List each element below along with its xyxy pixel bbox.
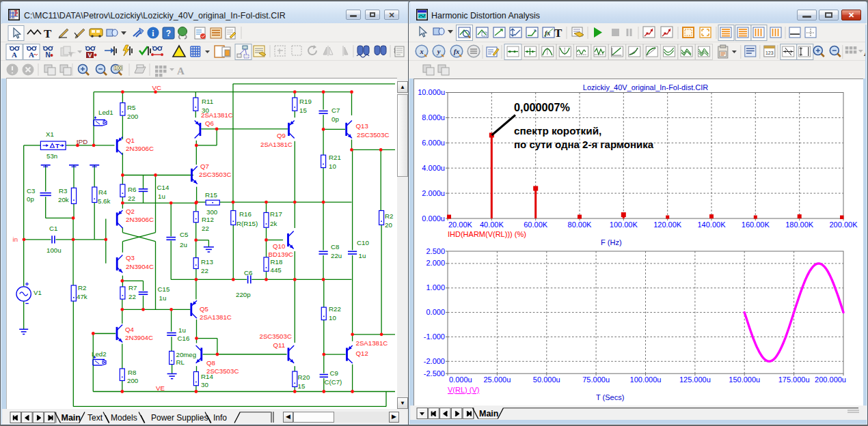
svg-text:Power Supplies: Power Supplies bbox=[151, 413, 208, 423]
svg-text:20meg: 20meg bbox=[176, 351, 197, 358]
svg-text:R4: R4 bbox=[98, 188, 107, 196]
svg-text:25.000u: 25.000u bbox=[483, 375, 511, 384]
svg-text:2SA1381C: 2SA1381C bbox=[260, 141, 293, 148]
svg-text:по сути одна 2-я гармоника: по сути одна 2-я гармоника bbox=[514, 139, 654, 150]
svg-text:VC: VC bbox=[152, 84, 161, 91]
svg-text:10.000u: 10.000u bbox=[418, 88, 445, 96]
svg-text:R7: R7 bbox=[128, 284, 137, 292]
svg-text:C3: C3 bbox=[27, 187, 35, 195]
svg-text:Q2: Q2 bbox=[126, 208, 135, 215]
svg-text:R22: R22 bbox=[329, 305, 341, 313]
svg-text:Q4: Q4 bbox=[125, 326, 135, 333]
svg-text:Q12: Q12 bbox=[356, 350, 368, 357]
svg-text:6.000u: 6.000u bbox=[422, 139, 445, 147]
svg-text:2k: 2k bbox=[270, 220, 277, 227]
svg-text:2N3904C: 2N3904C bbox=[126, 263, 154, 270]
svg-text:BD139C: BD139C bbox=[269, 251, 294, 258]
svg-text:200.00K: 200.00K bbox=[830, 221, 858, 229]
svg-text:125.000u: 125.000u bbox=[679, 375, 711, 384]
svg-text:0.000u: 0.000u bbox=[422, 214, 445, 223]
svg-text:100.00K: 100.00K bbox=[610, 221, 638, 229]
svg-text:R17: R17 bbox=[270, 210, 282, 218]
svg-text:R(R15): R(R15) bbox=[236, 220, 258, 227]
svg-text:C6: C6 bbox=[244, 269, 252, 276]
svg-text:R6: R6 bbox=[128, 186, 136, 193]
svg-text:200: 200 bbox=[127, 377, 139, 384]
svg-text:Text: Text bbox=[87, 413, 103, 423]
svg-text:2SA1381C: 2SA1381C bbox=[356, 339, 388, 347]
svg-text:V: V bbox=[87, 52, 92, 59]
svg-text:Lozickiy_40V_original_In-Fol-d: Lozickiy_40V_original_In-Fol-dist.CIR bbox=[583, 83, 708, 91]
svg-text:2SC3503C: 2SC3503C bbox=[199, 171, 231, 178]
svg-text:R11: R11 bbox=[202, 98, 213, 105]
svg-text:1u: 1u bbox=[159, 294, 167, 302]
svg-text:Q8: Q8 bbox=[206, 359, 215, 367]
svg-text:100.000u: 100.000u bbox=[630, 375, 662, 384]
svg-text:180.00K: 180.00K bbox=[785, 221, 814, 229]
svg-text:2.500: 2.500 bbox=[426, 247, 445, 255]
svg-text:-2.500: -2.500 bbox=[424, 369, 445, 378]
svg-text:Q6: Q6 bbox=[205, 119, 214, 127]
svg-text:140.00K: 140.00K bbox=[698, 221, 727, 229]
svg-text:R13: R13 bbox=[201, 258, 213, 266]
svg-text:RL: RL bbox=[176, 358, 185, 366]
svg-text:Info: Info bbox=[213, 413, 227, 423]
svg-text:0.000: 0.000 bbox=[426, 308, 445, 316]
svg-text:1u: 1u bbox=[359, 252, 366, 259]
svg-text:A: A bbox=[177, 66, 185, 76]
svg-text:T: T bbox=[55, 142, 59, 150]
svg-text:-2.000: -2.000 bbox=[424, 357, 445, 365]
svg-text:R20: R20 bbox=[298, 373, 310, 381]
svg-text:1u: 1u bbox=[158, 193, 165, 200]
svg-text:R16: R16 bbox=[239, 210, 252, 218]
svg-text:C7: C7 bbox=[331, 106, 340, 114]
svg-text:C10: C10 bbox=[357, 239, 369, 246]
svg-text:175.000u: 175.000u bbox=[778, 375, 810, 384]
svg-text:0p: 0p bbox=[331, 115, 339, 123]
svg-text:V(RL) (V): V(RL) (V) bbox=[448, 386, 479, 394]
svg-text:Q1: Q1 bbox=[126, 137, 135, 144]
svg-text:75.000u: 75.000u bbox=[582, 375, 610, 384]
svg-text:22: 22 bbox=[202, 225, 209, 232]
svg-text:1u: 1u bbox=[178, 326, 186, 334]
svg-text:200: 200 bbox=[127, 113, 139, 120]
svg-text:2SC3503C: 2SC3503C bbox=[260, 332, 292, 340]
svg-text:2SA1381C: 2SA1381C bbox=[200, 313, 232, 321]
svg-text:V1: V1 bbox=[33, 289, 42, 296]
svg-text:2N3906C: 2N3906C bbox=[126, 216, 154, 223]
svg-text:2.000u: 2.000u bbox=[422, 189, 445, 197]
svg-text:53n: 53n bbox=[46, 152, 57, 160]
svg-text:22: 22 bbox=[201, 267, 208, 274]
svg-text:спектр короткий,: спектр короткий, bbox=[514, 125, 601, 137]
svg-text:C14: C14 bbox=[157, 184, 169, 191]
svg-text:Q13: Q13 bbox=[356, 122, 368, 130]
svg-text:15: 15 bbox=[299, 106, 307, 114]
svg-text:160.00K: 160.00K bbox=[742, 221, 770, 229]
svg-text:200.000u: 200.000u bbox=[815, 375, 846, 384]
svg-text:R2: R2 bbox=[385, 212, 393, 220]
svg-text:T: T bbox=[44, 27, 52, 40]
svg-text:Main: Main bbox=[62, 413, 81, 423]
svg-text:300: 300 bbox=[206, 208, 218, 216]
svg-text:0,000007%: 0,000007% bbox=[514, 101, 570, 113]
svg-text:R15: R15 bbox=[205, 191, 217, 199]
svg-text:123: 123 bbox=[765, 51, 774, 55]
svg-text:fx: fx bbox=[454, 48, 460, 55]
svg-text:R21: R21 bbox=[329, 154, 341, 161]
svg-text:2N3904C: 2N3904C bbox=[125, 334, 153, 341]
svg-text:N: N bbox=[45, 51, 50, 59]
svg-text:20: 20 bbox=[385, 221, 392, 229]
svg-text:445: 445 bbox=[271, 266, 282, 274]
svg-text:Q5: Q5 bbox=[200, 305, 208, 313]
svg-text:20.00K: 20.00K bbox=[448, 221, 473, 229]
svg-text:C9: C9 bbox=[330, 369, 338, 377]
svg-text:R8: R8 bbox=[128, 369, 136, 376]
svg-text:C5: C5 bbox=[180, 231, 188, 238]
svg-text:x: x bbox=[419, 48, 423, 55]
svg-text:2N3906C: 2N3906C bbox=[126, 145, 154, 152]
svg-text:A: A bbox=[12, 51, 17, 59]
svg-text:Q9: Q9 bbox=[277, 132, 286, 139]
svg-text:120.00K: 120.00K bbox=[653, 221, 682, 229]
svg-text:R19: R19 bbox=[299, 98, 312, 105]
svg-text:2SC3503C: 2SC3503C bbox=[206, 367, 239, 375]
